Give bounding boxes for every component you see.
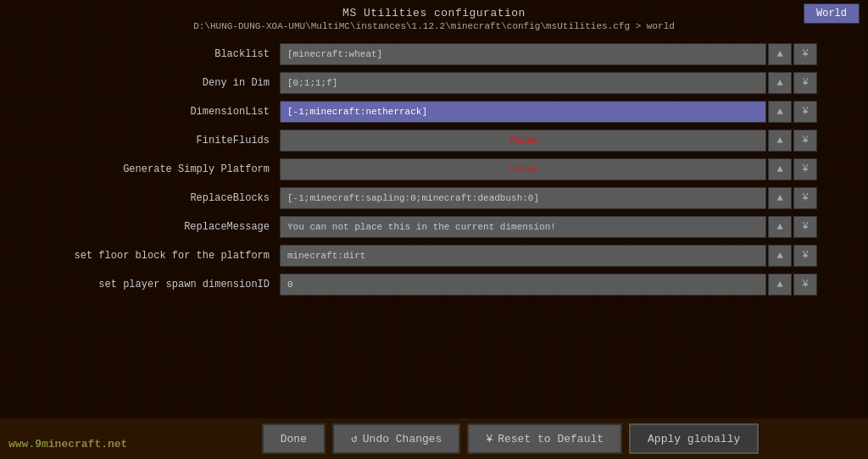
- tab-world[interactable]: World: [804, 3, 860, 24]
- config-field-7[interactable]: [280, 245, 766, 267]
- row-label: set floor block for the platform: [51, 250, 280, 262]
- config-row: Deny in Dim▲¥: [51, 70, 817, 96]
- done-button[interactable]: Done: [262, 423, 326, 454]
- row-up-icon[interactable]: ▲: [768, 274, 792, 296]
- config-row: Generate Simply Platform▲¥: [51, 157, 817, 182]
- config-field-2[interactable]: [280, 101, 766, 123]
- row-edit-icon[interactable]: ¥: [793, 101, 817, 123]
- config-row: Blacklist▲¥: [51, 41, 817, 67]
- row-edit-icon[interactable]: ¥: [793, 245, 817, 267]
- row-input-area: ▲¥: [280, 187, 817, 209]
- row-input-area: ▲¥: [280, 274, 817, 296]
- config-row: set floor block for the platform▲¥: [51, 243, 817, 268]
- row-up-icon[interactable]: ▲: [768, 216, 792, 238]
- window-path: D:\HUNG-DUNG-XOA-UMU\MultiMC\instances\1…: [0, 21, 868, 41]
- row-up-icon[interactable]: ▲: [768, 43, 792, 65]
- row-input-area: ▲¥: [280, 101, 817, 123]
- row-input-area: ▲¥: [280, 216, 817, 238]
- config-row: FiniteFluids▲¥: [51, 128, 817, 153]
- row-input-area: ▲¥: [280, 158, 817, 180]
- config-field-1[interactable]: [280, 72, 766, 94]
- config-row: ReplaceBlocks▲¥: [51, 185, 817, 211]
- row-edit-icon[interactable]: ¥: [793, 130, 817, 152]
- footer-buttons: Done ↺ Undo Changes ¥ Reset to Default A…: [0, 423, 868, 454]
- window-title: MS Utilities configuration: [0, 0, 868, 21]
- config-row: ReplaceMessage▲¥: [51, 214, 817, 240]
- apply-button[interactable]: Apply globally: [629, 423, 759, 454]
- row-label: Blacklist: [51, 48, 280, 60]
- reset-label: Reset to Default: [498, 433, 604, 445]
- config-row: DimensionList▲¥: [51, 99, 817, 124]
- row-label: FiniteFluids: [51, 135, 280, 147]
- row-label: Deny in Dim: [51, 77, 280, 89]
- row-input-area: ▲¥: [280, 245, 817, 267]
- undo-button[interactable]: ↺ Undo Changes: [332, 423, 460, 454]
- config-field-0[interactable]: [280, 43, 766, 65]
- row-up-icon[interactable]: ▲: [768, 72, 792, 94]
- watermark: www.9minecraft.net: [8, 438, 127, 451]
- footer-bar: www.9minecraft.net Done ↺ Undo Changes ¥…: [0, 417, 868, 459]
- row-label: ReplaceMessage: [51, 221, 280, 233]
- row-up-icon[interactable]: ▲: [768, 158, 792, 180]
- config-area: Blacklist▲¥Deny in Dim▲¥DimensionList▲¥F…: [0, 41, 868, 297]
- row-label: DimensionList: [51, 106, 280, 118]
- undo-label: Undo Changes: [363, 433, 442, 445]
- row-label: ReplaceBlocks: [51, 192, 280, 204]
- row-input-area: ▲¥: [280, 130, 817, 152]
- row-edit-icon[interactable]: ¥: [793, 216, 817, 238]
- config-field-6[interactable]: [280, 216, 766, 238]
- row-input-area: ▲¥: [280, 43, 817, 65]
- row-edit-icon[interactable]: ¥: [793, 72, 817, 94]
- config-field-5[interactable]: [280, 187, 766, 209]
- row-edit-icon[interactable]: ¥: [793, 158, 817, 180]
- row-edit-icon[interactable]: ¥: [793, 274, 817, 296]
- reset-button[interactable]: ¥ Reset to Default: [467, 423, 622, 454]
- config-field-4[interactable]: [280, 158, 766, 180]
- reset-icon: ¥: [486, 433, 492, 445]
- row-up-icon[interactable]: ▲: [768, 130, 792, 152]
- config-field-8[interactable]: [280, 274, 766, 296]
- row-up-icon[interactable]: ▲: [768, 245, 792, 267]
- row-up-icon[interactable]: ▲: [768, 187, 792, 209]
- row-edit-icon[interactable]: ¥: [793, 187, 817, 209]
- config-field-3[interactable]: [280, 130, 766, 152]
- config-row: set player spawn dimensionID▲¥: [51, 272, 817, 297]
- row-label: Generate Simply Platform: [51, 163, 280, 175]
- undo-icon: ↺: [351, 432, 358, 445]
- row-label: set player spawn dimensionID: [51, 279, 280, 290]
- row-edit-icon[interactable]: ¥: [793, 43, 817, 65]
- row-up-icon[interactable]: ▲: [768, 101, 792, 123]
- row-input-area: ▲¥: [280, 72, 817, 94]
